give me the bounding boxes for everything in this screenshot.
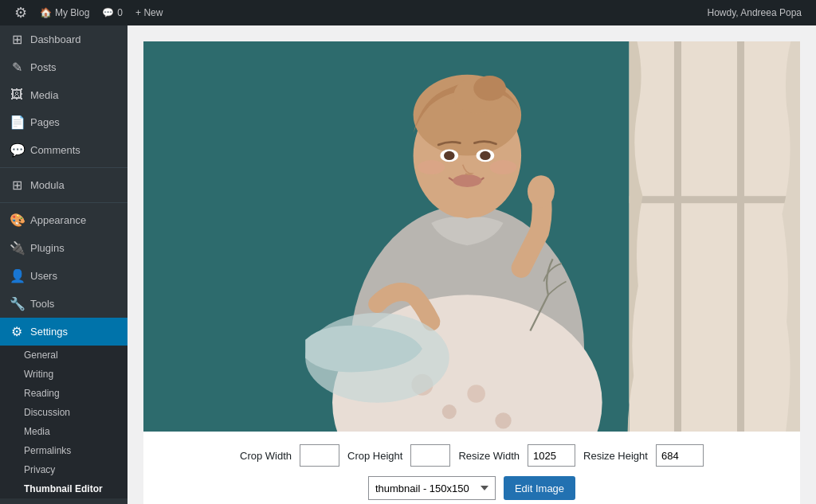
user-menu[interactable]: Howdy, Andreea Popa: [700, 0, 808, 25]
sidebar-item-pages[interactable]: 📄 Pages: [0, 108, 128, 136]
sidebar-item-modula[interactable]: ⊞ Modula: [0, 171, 128, 199]
submenu-discussion[interactable]: Discussion: [0, 403, 128, 422]
sidebar-item-plugins[interactable]: 🔌 Plugins: [0, 234, 128, 262]
svg-point-11: [528, 175, 555, 208]
users-icon: 👤: [10, 268, 24, 283]
comments-sidebar-icon: 💬: [10, 143, 24, 158]
submenu-privacy-label: Privacy: [24, 464, 55, 475]
svg-point-23: [490, 160, 517, 174]
submenu-general[interactable]: General: [0, 346, 128, 365]
sidebar-item-posts[interactable]: ✎ Posts: [0, 53, 128, 81]
sidebar-item-comments[interactable]: 💬 Comments: [0, 136, 128, 164]
resize-width-label: Resize Width: [458, 450, 520, 462]
new-content-menu[interactable]: + New: [129, 0, 169, 25]
dashboard-icon: ⊞: [10, 32, 24, 47]
home-icon: 🏠: [40, 7, 52, 18]
sidebar-label-modula: Modula: [30, 179, 65, 191]
svg-point-20: [480, 151, 491, 160]
comments-icon: 💬: [102, 7, 114, 18]
submenu-permalinks-label: Permalinks: [24, 445, 71, 456]
howdy-text: Howdy, Andreea Popa: [707, 7, 802, 18]
image-preview: [143, 41, 800, 432]
thumbnail-size-select[interactable]: thumbnail - 150x150 medium - 300x300 lar…: [368, 476, 496, 500]
sidebar-item-media[interactable]: 🖼 Media: [0, 81, 128, 108]
crop-width-label: Crop Width: [240, 450, 292, 462]
sidebar-label-tools: Tools: [30, 298, 54, 310]
svg-rect-4: [630, 196, 800, 203]
site-name-menu[interactable]: 🏠 My Blog: [33, 0, 96, 25]
tools-icon: 🔧: [10, 296, 24, 311]
sidebar-label-plugins: Plugins: [30, 242, 65, 254]
sidebar-label-users: Users: [30, 270, 57, 282]
controls-area: Crop Width Crop Height Resize Width Resi…: [143, 432, 800, 504]
submenu-reading-label: Reading: [24, 388, 60, 399]
menu-separator-2: [0, 202, 128, 203]
svg-rect-1: [630, 41, 800, 432]
admin-bar: ⚙ 🏠 My Blog 💬 0 + New Howdy, Andreea Pop…: [0, 0, 816, 25]
site-name: My Blog: [55, 7, 89, 18]
appearance-icon: 🎨: [10, 213, 24, 228]
sidebar-label-pages: Pages: [30, 116, 60, 128]
submenu-discussion-label: Discussion: [24, 407, 70, 418]
sidebar-item-appearance[interactable]: 🎨 Appearance: [0, 206, 128, 234]
sidebar-label-dashboard: Dashboard: [30, 33, 81, 45]
svg-point-8: [442, 404, 457, 419]
submenu-thumbnail-editor[interactable]: Thumbnail Editor: [0, 479, 128, 498]
crop-height-input[interactable]: [410, 444, 450, 467]
svg-point-18: [444, 151, 455, 160]
resize-height-input[interactable]: [656, 444, 704, 467]
sidebar-label-settings: Settings: [30, 326, 68, 338]
comments-menu[interactable]: 💬 0: [96, 0, 129, 25]
submenu-media[interactable]: Media: [0, 422, 128, 441]
svg-point-21: [453, 174, 481, 187]
content-wrap: ⊞ Dashboard ✎ Posts 🖼 Media 📄 Pages 💬 Co…: [0, 25, 816, 504]
select-btn-row: thumbnail - 150x150 medium - 300x300 lar…: [368, 476, 575, 500]
new-label: + New: [135, 7, 163, 18]
settings-icon: ⚙: [10, 324, 24, 339]
submenu-writing[interactable]: Writing: [0, 365, 128, 384]
resize-height-label: Resize Height: [583, 450, 648, 462]
sidebar-item-settings[interactable]: ⚙ Settings: [0, 318, 128, 346]
sidebar-label-comments: Comments: [30, 144, 80, 156]
submenu-general-label: General: [24, 350, 58, 361]
svg-point-16: [473, 76, 506, 101]
crop-width-input[interactable]: [300, 444, 339, 467]
submenu-media-label: Media: [24, 426, 50, 437]
posts-icon: ✎: [10, 60, 24, 75]
submenu-privacy[interactable]: Privacy: [0, 460, 128, 479]
media-icon: 🖼: [10, 88, 24, 102]
svg-point-9: [467, 385, 485, 403]
pages-icon: 📄: [10, 115, 24, 130]
sidebar-item-users[interactable]: 👤 Users: [0, 262, 128, 290]
crop-resize-controls: Crop Width Crop Height Resize Width Resi…: [240, 444, 704, 467]
submenu-permalinks[interactable]: Permalinks: [0, 441, 128, 460]
svg-rect-3: [737, 41, 744, 432]
main-content: Crop Width Crop Height Resize Width Resi…: [128, 25, 816, 504]
crop-height-label: Crop Height: [347, 450, 402, 462]
comments-count: 0: [117, 7, 123, 18]
menu-separator-1: [0, 167, 128, 168]
thumbnail-editor-wrap: Crop Width Crop Height Resize Width Resi…: [143, 41, 800, 504]
svg-rect-2: [674, 41, 681, 432]
svg-point-10: [495, 412, 511, 428]
sidebar-label-posts: Posts: [30, 61, 57, 73]
plugins-icon: 🔌: [10, 240, 24, 256]
modula-icon: ⊞: [10, 178, 24, 193]
admin-menu: ⊞ Dashboard ✎ Posts 🖼 Media 📄 Pages 💬 Co…: [0, 25, 128, 504]
submenu-thumbnail-editor-label: Thumbnail Editor: [24, 483, 103, 494]
svg-point-22: [418, 160, 445, 174]
sidebar-item-dashboard[interactable]: ⊞ Dashboard: [0, 25, 128, 53]
settings-submenu: General Writing Reading Discussion Media…: [0, 346, 128, 498]
submenu-reading[interactable]: Reading: [0, 384, 128, 403]
submenu-writing-label: Writing: [24, 369, 53, 380]
edit-image-button[interactable]: Edit Image: [504, 476, 575, 500]
sidebar-label-media: Media: [30, 89, 58, 101]
sidebar-label-appearance: Appearance: [30, 214, 86, 226]
wp-icon: ⚙: [14, 4, 27, 21]
resize-width-input[interactable]: [528, 444, 575, 467]
wp-logo-menu[interactable]: ⚙: [8, 0, 33, 25]
sidebar-item-tools[interactable]: 🔧 Tools: [0, 290, 128, 318]
